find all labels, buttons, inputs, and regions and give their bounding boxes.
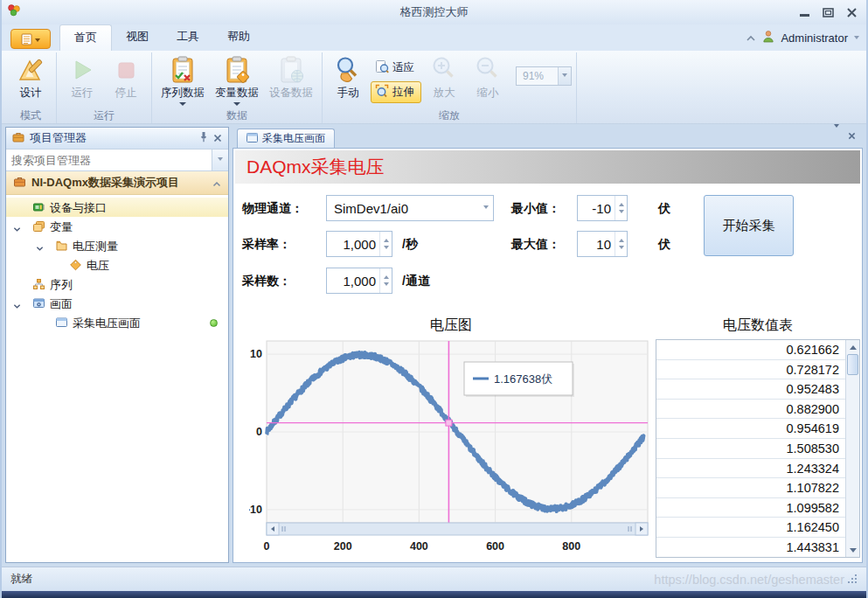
- run-button[interactable]: 运行: [61, 52, 103, 101]
- spinner-arrows[interactable]: [615, 232, 627, 256]
- sequence-icon: [32, 278, 45, 293]
- ribbon-group-run: 运行 停止 运行: [57, 52, 152, 123]
- device-data-button[interactable]: 设备数据: [265, 52, 317, 101]
- zoom-out-icon: [473, 55, 503, 85]
- search-dropdown-button[interactable]: [212, 150, 228, 170]
- zoom-level-combobox[interactable]: 91%: [516, 66, 572, 86]
- tree-item-1[interactable]: 变量: [6, 217, 228, 236]
- stretch-zoom-button[interactable]: 拉伸: [371, 81, 421, 103]
- spinner-arrows[interactable]: [615, 196, 627, 220]
- tag-icon: [69, 259, 82, 274]
- scroll-thumb[interactable]: [847, 354, 858, 375]
- zoom-in-button[interactable]: 放大: [423, 52, 465, 101]
- maximize-button[interactable]: [823, 8, 834, 17]
- voltage-table: 0.6216620.7281720.9524830.8829000.954619…: [656, 339, 860, 558]
- table-row-1[interactable]: 0.728172: [656, 360, 845, 380]
- application-menu-button[interactable]: [10, 29, 51, 49]
- chart-scrollbar-track: [267, 523, 648, 535]
- table-scrollbar[interactable]: [845, 340, 859, 557]
- window-bottom-edge: [2, 591, 866, 598]
- spinner-arrows[interactable]: [379, 268, 392, 293]
- menu-tab-1[interactable]: 视图: [112, 24, 163, 51]
- chevron-down-icon: [562, 73, 567, 80]
- samples-value: 1,000: [327, 268, 379, 293]
- channel-label: 物理通道：: [242, 201, 303, 217]
- voltage-chart[interactable]: 0200400600800-100101.167638伏: [249, 337, 653, 560]
- document-tab[interactable]: 采集电压画面: [237, 129, 335, 148]
- workspace: 项目管理器 NI-DAQmx数据采集演示项目 设备与接口变量电压测量电压序列画面…: [2, 124, 866, 567]
- table-row-6[interactable]: 1.243324: [656, 459, 845, 479]
- spinner-arrows[interactable]: [379, 232, 392, 256]
- table-row-5[interactable]: 1.508530: [656, 439, 845, 459]
- tree-item-4[interactable]: 序列: [6, 275, 228, 294]
- user-name[interactable]: Administrator: [781, 31, 848, 45]
- menubar: 首页视图工具帮助 Administrator: [2, 24, 866, 51]
- collapse-ribbon-icon[interactable]: [746, 31, 756, 45]
- menu-tab-3[interactable]: 帮助: [213, 24, 264, 51]
- scroll-down-button[interactable]: [846, 544, 859, 557]
- zoom-level-dropdown-button[interactable]: [558, 67, 571, 85]
- chevron-expanded-icon[interactable]: [36, 241, 44, 254]
- design-button[interactable]: 设计: [10, 52, 52, 101]
- channel-dropdown-button[interactable]: [479, 196, 493, 220]
- tree-item-5[interactable]: 画面: [6, 294, 228, 313]
- design-icon: [16, 55, 45, 85]
- project-manager-title: 项目管理器: [30, 130, 87, 146]
- sequence-data-button[interactable]: 序列数据: [156, 52, 209, 109]
- table-row-3[interactable]: 0.882900: [656, 400, 845, 420]
- chevron-expanded-icon[interactable]: [13, 222, 21, 235]
- table-row-10[interactable]: 1.443831: [656, 538, 845, 557]
- minimize-button[interactable]: [799, 8, 810, 17]
- x-tick-label: 200: [334, 540, 352, 553]
- table-row-4[interactable]: 0.954619: [656, 419, 845, 439]
- voltage-table-rows: 0.6216620.7281720.9524830.8829000.954619…: [656, 340, 845, 557]
- min-label: 最小值：: [511, 201, 560, 217]
- stop-button[interactable]: 停止: [105, 52, 147, 101]
- tree-item-2[interactable]: 电压测量: [6, 236, 228, 255]
- chevron-expanded-icon[interactable]: [13, 299, 21, 312]
- samples-spinner[interactable]: 1,000: [326, 268, 392, 294]
- menu-tab-2[interactable]: 工具: [163, 24, 213, 51]
- app-logo-icon: [7, 3, 21, 21]
- manual-zoom-button[interactable]: 手动: [327, 52, 369, 101]
- collapse-node-icon[interactable]: [212, 177, 221, 190]
- min-spinner[interactable]: -10: [577, 195, 628, 221]
- project-root-node[interactable]: NI-DAQmx数据采集演示项目: [6, 171, 228, 195]
- close-document-icon[interactable]: [848, 128, 856, 143]
- channel-combobox[interactable]: SimDev1/ai0: [326, 195, 494, 221]
- pin-icon[interactable]: [199, 131, 208, 145]
- tree-item-3[interactable]: 电压: [6, 255, 228, 275]
- tree-item-6[interactable]: 采集电压画面: [6, 313, 228, 332]
- tree-item-0[interactable]: 设备与接口: [6, 198, 228, 217]
- screen-canvas: DAQmx采集电压 物理通道： SimDev1/ai0 最小值： -10 伏 开…: [233, 148, 863, 563]
- zoom-in-icon: [429, 55, 459, 85]
- close-panel-icon[interactable]: [213, 132, 222, 145]
- tab-list-dropdown-icon[interactable]: [834, 128, 839, 143]
- table-row-7[interactable]: 1.107822: [656, 478, 845, 498]
- close-button[interactable]: [846, 8, 858, 17]
- table-row-9[interactable]: 1.162450: [656, 518, 845, 538]
- start-acquisition-button[interactable]: 开始采集: [704, 195, 794, 256]
- rate-spinner[interactable]: 1,000: [326, 231, 392, 257]
- chevron-down-icon: [218, 157, 223, 163]
- cursor-tooltip: 1.167638伏: [464, 362, 574, 397]
- fit-zoom-button[interactable]: 适应: [371, 57, 421, 79]
- menu-tab-0[interactable]: 首页: [59, 24, 112, 51]
- scroll-up-button[interactable]: [846, 340, 859, 353]
- document-panel: 采集电压画面 DAQmx采集电压 物理通道： SimDev1/ai0 最小值： …: [233, 127, 863, 563]
- zoom-out-button[interactable]: 缩小: [467, 52, 509, 101]
- variable-data-button[interactable]: 变量数据: [211, 52, 263, 109]
- table-row-0[interactable]: 0.621662: [656, 340, 845, 360]
- table-row-2[interactable]: 0.952483: [656, 379, 845, 400]
- running-status-dot: [210, 319, 218, 327]
- resize-grip[interactable]: [849, 575, 858, 584]
- table-row-8[interactable]: 1.099582: [656, 498, 845, 518]
- chart-title: 电压图: [249, 316, 653, 335]
- search-input[interactable]: [6, 150, 212, 170]
- chevron-down-icon[interactable]: [233, 102, 240, 109]
- ribbon-group-zoom: 手动 适应 拉伸 放大: [323, 52, 577, 123]
- max-spinner[interactable]: 10: [577, 231, 628, 257]
- max-value: 10: [578, 232, 615, 256]
- user-menu-arrow-icon[interactable]: [854, 36, 859, 42]
- chevron-down-icon[interactable]: [179, 102, 186, 109]
